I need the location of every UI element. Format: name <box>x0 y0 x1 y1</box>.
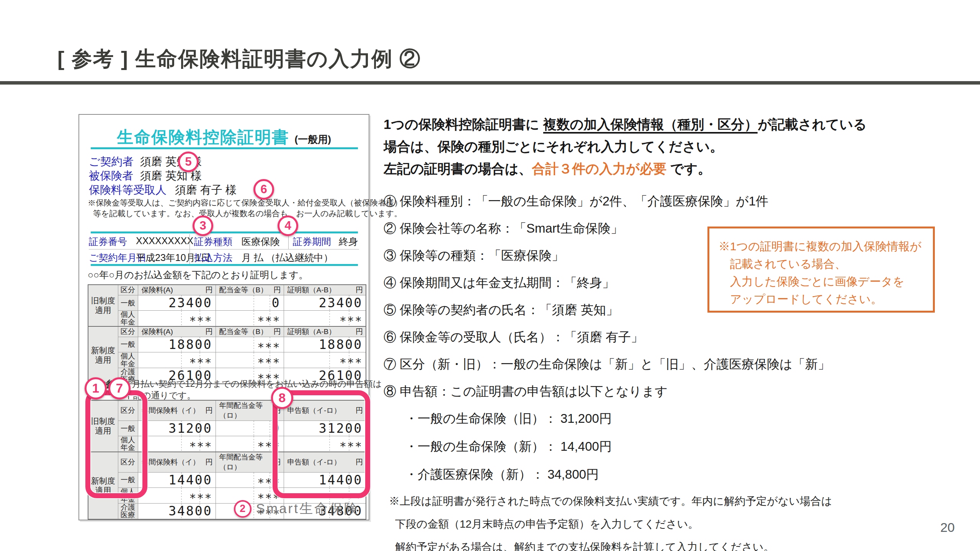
annual-dividend-value: 0 <box>216 421 284 436</box>
certificate-image: 生命保険料控除証明書 (一般用) ご契約者 須磨 英知 様 被保険者 須磨 英知… <box>78 114 369 520</box>
certified-value: 18800 <box>284 337 366 352</box>
badge-1: 1 <box>85 377 107 399</box>
callout-line: 記載されている場合、 <box>719 255 926 273</box>
bottom-notes: ※上段は証明書が発行された時点での保険料支払い実績です。年内に解約予定がない場合… <box>389 494 942 551</box>
col-kubun: 区分 <box>118 452 138 473</box>
col-kubun: 区分 <box>118 400 138 421</box>
callout-line: ※1つの証明書に複数の加入保険情報が <box>719 238 926 255</box>
policy-type-label: 証券種類 <box>194 235 232 248</box>
col-dividend: 配当金等（B）円 <box>216 285 284 295</box>
policy-no-value: XXXXXXXXX <box>136 235 193 246</box>
annual-dividend-value: *** <box>216 472 284 487</box>
party-label: 保険料等受取人 <box>89 183 167 198</box>
dividend-value: *** <box>216 337 284 352</box>
kubun-cell: 一般 <box>118 295 138 311</box>
premium-value: *** <box>138 311 216 326</box>
policy-type-value: 医療保険 <box>242 235 280 248</box>
new-system-group-label: 新制度適用 <box>88 452 118 519</box>
certificate-footnote-line1: ※保険金等受取人は、ご契約内容に応じて保険金受取人・給付金受取人（被保険者様） <box>88 197 402 208</box>
table-header-row: 旧制度適用 区分 年間保険料（イ）円 年間配当金等（ロ）円 申告額（イ-ロ）円 <box>88 400 366 421</box>
col-certified: 証明額（A-B）円 <box>284 326 366 337</box>
badge-4: 4 <box>278 215 298 236</box>
table-row: 個人年金 *** *** *** <box>88 311 366 326</box>
kubun-cell: 一般 <box>118 472 138 487</box>
company-logo-row: 2 Smart生命保険 <box>234 500 359 518</box>
bullet-item: ・介護医療保険（新）： 34,800円 <box>405 466 942 483</box>
col-kubun: 区分 <box>118 285 138 295</box>
certified-value: *** <box>284 311 366 326</box>
info-column-divider <box>189 234 190 264</box>
title-divider <box>0 81 980 85</box>
party-value: 須磨 有子 様 <box>175 183 237 198</box>
lead-paragraph: 1つの保険料控除証明書に 複数の加入保険情報（種別・区分）が記載されている 場合… <box>384 113 942 180</box>
certificate-title: 生命保険料控除証明書 (一般用) <box>79 126 369 148</box>
premium-value: 18800 <box>138 337 216 352</box>
policy-info-row2: ご契約年月日 平成23年10月1日 払込方法 月 払 （払込継続中） <box>79 250 369 265</box>
policy-info-row1: 証券番号 XXXXXXXXX 証券種類 医療保険 証券期間 終身 <box>79 234 369 249</box>
col-declared: 申告額（イ-ロ）円 <box>284 452 366 473</box>
table-header-row: 新制度適用 区分 年間保険料（イ）円 年間配当金等（ロ）円 申告額（イ-ロ）円 <box>88 452 366 473</box>
dividend-value: *** <box>216 311 284 326</box>
certify-statement: ○○年○月のお払込金額を下記のとおり証明します。 <box>88 269 308 281</box>
list-item: ⑥ 保険金等の受取人（氏名）：「須磨 有子」 <box>384 329 942 346</box>
list-item: ① 保険料種別：「一般の生命保険」が2件、「介護医療保険」が1件 <box>384 193 942 210</box>
declared-value: 14400 <box>284 472 366 487</box>
col-annual-premium: 年間保険料（イ）円 <box>138 452 216 473</box>
premium-value: *** <box>138 352 216 368</box>
declared-value: 31200 <box>284 421 366 436</box>
page-title: [ 参考 ] 生命保険料証明書の入力例 ② <box>57 45 421 73</box>
teal-rule <box>91 231 358 233</box>
table-row: 一般 31200 0 31200 <box>88 421 366 436</box>
callout-line: 入力した保険ごとに画像データを <box>719 273 926 290</box>
upload-callout-box: ※1つの証明書に複数の加入保険情報が 記載されている場合、 入力した保険ごとに画… <box>707 227 935 313</box>
badge-2: 2 <box>234 500 252 518</box>
slide: [ 参考 ] 生命保険料証明書の入力例 ② 生命保険料控除証明書 (一般用) ご… <box>0 0 980 551</box>
kubun-cell: 個人年金 <box>118 352 138 368</box>
annual-dividend-value: *** <box>216 436 284 452</box>
table-row: 一般 14400 *** 14400 <box>88 472 366 487</box>
lead-line1: 1つの保険料控除証明書に 複数の加入保険情報（種別・区分）が記載されている <box>384 113 942 135</box>
policy-term-label: 証券期間 <box>293 235 331 248</box>
certified-value: 23400 <box>284 295 366 311</box>
badge-6: 6 <box>253 179 274 200</box>
reference-note-line1: 【ご参考】月払い契約で12月分までの保険料をお払い込みの時の申告額は <box>88 378 382 390</box>
table-header-row: 旧制度適用 区分 保険料(A)円 配当金等（B）円 証明額（A-B）円 <box>88 285 366 295</box>
col-certified: 証明額（A-B）円 <box>284 285 366 295</box>
underlined-text: 複数の加入保険情報（種別・区分） <box>543 117 758 134</box>
monthly-amount-table: 旧制度適用 区分 保険料(A)円 配当金等（B）円 証明額（A-B）円 一般 2… <box>88 284 366 384</box>
col-premium: 保険料(A)円 <box>138 285 216 295</box>
annual-premium-value: 14400 <box>138 472 216 487</box>
certified-value: *** <box>284 352 366 368</box>
premium-value: 23400 <box>138 295 216 311</box>
badge-8: 8 <box>271 387 293 409</box>
kubun-cell: 一般 <box>118 421 138 436</box>
table-row: 一般 23400 0 23400 <box>88 295 366 311</box>
kubun-cell: 個人年金 <box>118 487 138 503</box>
declared-value: *** <box>284 436 366 452</box>
note-line: 解約予定がある場合は、解約までの支払保険料を計算して入力してください。 <box>395 540 942 551</box>
table-row: 一般 18800 *** 18800 <box>88 337 366 352</box>
policy-term-value: 終身 <box>339 235 358 248</box>
info-row-divider <box>89 249 359 249</box>
col-declared: 申告額（イ-ロ）円 <box>284 400 366 421</box>
old-system-group-label: 旧制度適用 <box>88 285 118 326</box>
highlighted-text: 合計３件の入力が必要 <box>532 161 666 176</box>
bullet-item: ・一般の生命保険（旧）： 31,200円 <box>405 410 942 427</box>
payment-method-value: 月 払 （払込継続中） <box>242 251 333 264</box>
col-premium: 保険料(A)円 <box>138 326 216 337</box>
col-annual-premium: 年間保険料（イ）円 <box>138 400 216 421</box>
dividend-value: *** <box>216 352 284 368</box>
note-line: ※上段は証明書が発行された時点での保険料支払い実績です。年内に解約予定がない場合… <box>389 494 942 509</box>
beneficiary-row: 保険料等受取人 須磨 有子 様 <box>89 183 237 198</box>
kubun-cell: 一般 <box>118 337 138 352</box>
annual-premium-value: 34800 <box>138 503 216 519</box>
kubun-cell: 介護医療 <box>118 503 138 519</box>
page-number: 20 <box>940 520 955 535</box>
callout-line: アップロードしてください。 <box>719 290 926 308</box>
party-label: 被保険者 <box>89 168 132 184</box>
kubun-cell: 個人年金 <box>118 311 138 326</box>
dividend-value: 0 <box>216 295 284 311</box>
list-item: ⑧ 申告額：この証明書の申告額は以下となります <box>384 383 942 400</box>
bullet-item: ・一般の生命保険（新）： 14,400円 <box>405 438 942 455</box>
info-column-divider <box>288 234 289 249</box>
